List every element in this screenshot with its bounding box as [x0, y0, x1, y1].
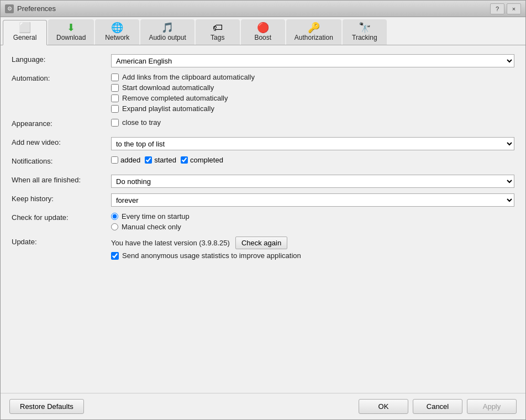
footer-right: OK Cancel Apply	[359, 399, 517, 414]
auto-remove-checkbox[interactable]	[111, 95, 119, 102]
close-button[interactable]: ×	[507, 3, 521, 14]
tab-general-label: General	[13, 34, 37, 41]
tab-network-label: Network	[105, 34, 129, 41]
appearance-label: Appearance:	[12, 118, 111, 128]
notif-started-text: started	[154, 156, 176, 164]
check-startup-label: Every time on startup	[122, 212, 190, 221]
add-new-video-select[interactable]: to the top of list to the bottom of list	[111, 137, 514, 150]
check-manual-row[interactable]: Manual check only	[111, 223, 514, 231]
preferences-window: ⚙ Preferences ? × ⬜ General ⬇ Download 🌐…	[0, 0, 526, 420]
window-title: Preferences	[17, 4, 56, 13]
tab-boost[interactable]: 🔴 Boost	[241, 19, 285, 45]
help-button[interactable]: ?	[490, 3, 504, 14]
app-icon: ⚙	[5, 4, 14, 13]
check-manual-radio[interactable]	[111, 223, 118, 230]
notif-started-checkbox[interactable]	[145, 156, 152, 164]
footer: Restore Defaults OK Cancel Apply	[1, 393, 525, 419]
auto-expand-row[interactable]: Expand playlist automatically	[111, 104, 514, 113]
auto-download-label: Start download automatically	[122, 83, 214, 92]
tab-authorization[interactable]: 🔑 Authorization	[286, 19, 341, 45]
restore-defaults-button[interactable]: Restore Defaults	[9, 399, 84, 414]
update-row: Update: You have the latest version (3.9…	[12, 237, 514, 260]
close-to-tray-checkbox[interactable]	[111, 119, 119, 127]
notif-completed-label[interactable]: completed	[181, 156, 223, 164]
notif-added-text: added	[120, 156, 140, 164]
language-row: Language: American English	[12, 54, 514, 67]
auto-clipboard-checkbox[interactable]	[111, 74, 119, 81]
auto-download-row[interactable]: Start download automatically	[111, 83, 514, 92]
tabs-bar: ⬜ General ⬇ Download 🌐 Network 🎵 Audio o…	[1, 17, 525, 45]
automation-label: Automation:	[12, 73, 111, 82]
boost-icon: 🔴	[257, 23, 269, 33]
apply-button[interactable]: Apply	[467, 399, 517, 414]
auto-clipboard-row[interactable]: Add links from the clipboard automatical…	[111, 73, 514, 81]
notif-started-label[interactable]: started	[145, 156, 176, 164]
auto-remove-label: Remove completed automatically	[122, 94, 228, 102]
when-finished-label: When all are finished:	[12, 175, 111, 184]
keep-history-controls: forever 1 week 1 month	[111, 193, 514, 207]
language-label: Language:	[12, 54, 111, 64]
auto-download-checkbox[interactable]	[111, 84, 119, 92]
update-controls: You have the latest version (3.9.8.25) C…	[111, 237, 514, 260]
network-icon: 🌐	[111, 23, 123, 33]
authorization-icon: 🔑	[308, 23, 320, 33]
update-label: Update:	[12, 237, 111, 246]
tags-icon: 🏷	[213, 23, 223, 33]
tab-tags[interactable]: 🏷 Tags	[196, 19, 240, 45]
check-manual-label: Manual check only	[122, 223, 181, 231]
keep-history-select[interactable]: forever 1 week 1 month	[111, 193, 514, 207]
check-update-row: Check for update: Every time on startup …	[12, 212, 514, 231]
tracking-icon: 🔭	[359, 23, 371, 33]
add-new-video-controls: to the top of list to the bottom of list	[111, 137, 514, 150]
tab-download[interactable]: ⬇ Download	[48, 19, 94, 45]
update-info-row: You have the latest version (3.9.8.25) C…	[111, 237, 514, 249]
auto-clipboard-label: Add links from the clipboard automatical…	[122, 73, 255, 81]
notif-completed-checkbox[interactable]	[181, 156, 188, 164]
check-startup-radio[interactable]	[111, 213, 118, 220]
tab-download-label: Download	[56, 34, 86, 41]
audio-icon: 🎵	[161, 23, 173, 33]
check-startup-row[interactable]: Every time on startup	[111, 212, 514, 221]
notifications-controls: added started completed	[111, 156, 514, 164]
check-update-controls: Every time on startup Manual check only	[111, 212, 514, 231]
when-finished-controls: Do nothing Shutdown Hibernate	[111, 175, 514, 188]
close-to-tray-label: close to tray	[122, 118, 161, 127]
when-finished-row: When all are finished: Do nothing Shutdo…	[12, 175, 514, 188]
add-new-video-row: Add new video: to the top of list to the…	[12, 137, 514, 150]
tab-general[interactable]: ⬜ General	[3, 20, 47, 45]
language-controls: American English	[111, 54, 514, 67]
tab-audio-label: Audio output	[149, 34, 186, 41]
automation-row: Automation: Add links from the clipboard…	[12, 73, 514, 113]
content-area: Language: American English Automation: A…	[1, 45, 525, 393]
tab-audio-output[interactable]: 🎵 Audio output	[140, 19, 194, 45]
close-to-tray-row[interactable]: close to tray	[111, 118, 514, 127]
tab-tracking[interactable]: 🔭 Tracking	[343, 19, 387, 45]
tab-tags-label: Tags	[211, 34, 224, 41]
notifications-row: Notifications: added started completed	[12, 156, 514, 169]
send-stats-label: Send anonymous usage statistics to impro…	[122, 251, 301, 260]
appearance-controls: close to tray	[111, 118, 514, 127]
tab-tracking-label: Tracking	[352, 34, 377, 41]
notif-completed-text: completed	[190, 156, 223, 164]
notifications-label: Notifications:	[12, 156, 111, 165]
tab-boost-label: Boost	[254, 34, 271, 41]
auto-expand-checkbox[interactable]	[111, 105, 119, 113]
notif-checkboxes: added started completed	[111, 156, 514, 164]
check-update-label: Check for update:	[12, 212, 111, 222]
send-stats-checkbox[interactable]	[111, 252, 119, 260]
check-again-button[interactable]: Check again	[235, 237, 287, 249]
language-select[interactable]: American English	[111, 54, 514, 67]
title-bar: ⚙ Preferences ? ×	[1, 1, 525, 17]
appearance-row: Appearance: close to tray	[12, 118, 514, 132]
auto-expand-label: Expand playlist automatically	[122, 104, 214, 113]
add-new-video-label: Add new video:	[12, 137, 111, 146]
notif-added-label[interactable]: added	[111, 156, 140, 164]
auto-remove-row[interactable]: Remove completed automatically	[111, 94, 514, 102]
ok-button[interactable]: OK	[359, 399, 408, 414]
tab-network[interactable]: 🌐 Network	[95, 19, 139, 45]
download-icon: ⬇	[67, 23, 75, 33]
send-stats-row[interactable]: Send anonymous usage statistics to impro…	[111, 251, 514, 260]
when-finished-select[interactable]: Do nothing Shutdown Hibernate	[111, 175, 514, 188]
cancel-button[interactable]: Cancel	[413, 399, 462, 414]
notif-added-checkbox[interactable]	[111, 156, 118, 164]
